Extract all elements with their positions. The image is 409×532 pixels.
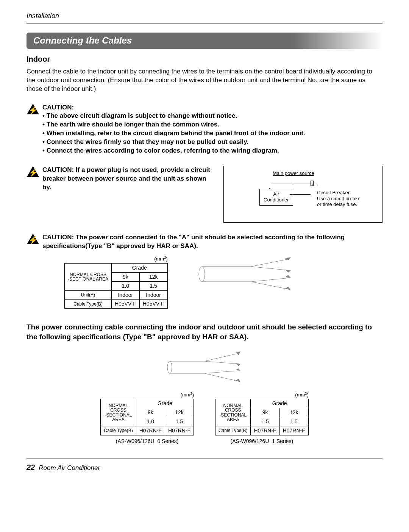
diagram-breaker-symbol [311,181,314,186]
t2-cable-v2: H07RN-F [165,426,194,435]
page-footer: 22 Room Air Conditioner [27,459,382,473]
t3-rl4: AREA [227,417,239,422]
t3-v1: 1.5 [251,417,279,426]
series-label-0: (AS-W096/126U_0 Series) [100,438,194,445]
caution2-text: CAUTION: If a power plug is not used, pr… [42,166,212,192]
t3-v2: 1.5 [279,417,308,426]
caution1-item: The above circuit diagram is subject to … [42,112,305,120]
t1-unit-lbl: Unit(A) [65,290,112,300]
t1-c2: 12k [139,272,167,281]
circuit-diagram: Main power source ▾ Air Conditioner ← Ci… [223,166,382,223]
t3-c1: 9k [251,408,279,417]
t1-rowlbl-l2: -SECTIONAL AREA [68,276,108,282]
caution1-item: The earth wire should be longer than the… [42,120,305,129]
t1-unit-v1: Indoor [111,290,139,300]
diagram-breaker-l3: or time delay fuse. [317,201,357,207]
t3-grade: Grade [251,399,308,408]
caution1-item: Connect the wires firmly so that they ma… [42,138,305,147]
indoor-paragraph: Connect the cable to the indoor unit by … [27,67,382,94]
t2-v2: 1.5 [165,417,194,426]
t3-c2: 12k [279,408,308,417]
page-banner: Connecting the Cables [27,33,382,48]
unit-mm2: (mm2) [215,391,309,398]
table1-wrap: (mm2) NORMAL CROSS-SECTIONAL AREA Grade … [64,255,168,309]
t2-v1: 1.0 [136,417,165,426]
unit-mm2: (mm2) [100,391,194,398]
unit-mm2: (mm2) [64,255,168,262]
t1-cable-lbl: Cable Type(B) [65,300,112,309]
caution3-text: CAUTION: The power cord connected to the… [42,233,382,251]
diagram-ac-box: Air Conditioner [259,189,293,206]
caution-block-1: ⚡ CAUTION: The above circuit diagram is … [27,103,382,156]
caution1-title: CAUTION: [42,103,305,112]
t1-cable-v2: H05VV-F [139,300,167,309]
diagram-main-power-label: Main power source [273,170,314,177]
svg-text:⚡: ⚡ [28,168,38,177]
caution1-item: When installing, refer to the circuit di… [42,129,305,138]
diagram-ac-l1: Air [273,191,279,197]
t2-c1: 9k [136,408,165,417]
spec-table-1: NORMAL CROSS-SECTIONAL AREA Grade 9k12k … [64,263,168,309]
svg-text:⚡: ⚡ [28,106,38,115]
t2-grade: Grade [136,399,194,408]
spec-table-2: NORMALCROSS-SECTIONALAREA Grade 9k12k 1.… [100,399,194,435]
section-header: Installation [27,11,382,23]
indoor-heading: Indoor [27,54,382,64]
table3-wrap: (mm2) NORMALCROSS-SECTIONALAREA Grade 9k… [215,391,309,445]
svg-text:⚡: ⚡ [28,236,38,245]
t1-grade: Grade [111,263,167,272]
diagram-ac-l2: Conditioner [264,197,289,203]
t3-cable-v1: H07RN-F [251,426,279,435]
t2-rl4: AREA [112,417,125,422]
t1-v1: 1.0 [111,281,139,290]
arrow-left-icon: ← [316,182,322,187]
t2-cable-lbl: Cable Type(B) [101,426,136,435]
diagram-breaker-l2: Use a circuit breake [317,196,361,201]
t1-cable-v1: H05VV-F [111,300,139,309]
svg-point-7 [167,361,172,373]
warning-icon: ⚡ [27,103,39,115]
spec-table-3: NORMALCROSS-SECTIONALAREA Grade 9k12k 1.… [215,399,309,435]
caution-row-2: ⚡ CAUTION: If a power plug is not used, … [27,166,382,223]
page-number: 22 [27,462,35,473]
t3-cable-v2: H07RN-F [279,426,308,435]
cable-illustration-bottom [167,350,242,384]
t2-cable-v1: H07RN-F [136,426,165,435]
footer-title: Room Air Conditioner [39,464,100,473]
cable-illustration [198,255,297,293]
middle-bold-paragraph: The power connecting cable connecting th… [27,322,382,342]
bottom-block: (mm2) NORMALCROSS-SECTIONALAREA Grade 9k… [27,350,382,445]
svg-point-6 [199,267,205,282]
table2-wrap: (mm2) NORMALCROSS-SECTIONALAREA Grade 9k… [100,391,194,445]
series-label-1: (AS-W096/126U_1 Series) [215,438,309,445]
caution-row-3: ⚡ CAUTION: The power cord connected to t… [27,233,382,251]
t3-cable-lbl: Cable Type(B) [215,426,251,435]
t2-c2: 12k [165,408,194,417]
t1-v2: 1.5 [139,281,167,290]
diagram-breaker-text: Circuit Breaker Use a circuit breake or … [317,190,374,207]
diagram-breaker-l1: Circuit Breaker [317,190,350,195]
t1-c1: 9k [111,272,139,281]
warning-icon: ⚡ [27,233,39,245]
t1-unit-v2: Indoor [139,290,167,300]
caution1-list: The above circuit diagram is subject to … [42,112,305,155]
caution1-item: Connect the wires according to color cod… [42,147,305,155]
warning-icon: ⚡ [27,166,39,177]
